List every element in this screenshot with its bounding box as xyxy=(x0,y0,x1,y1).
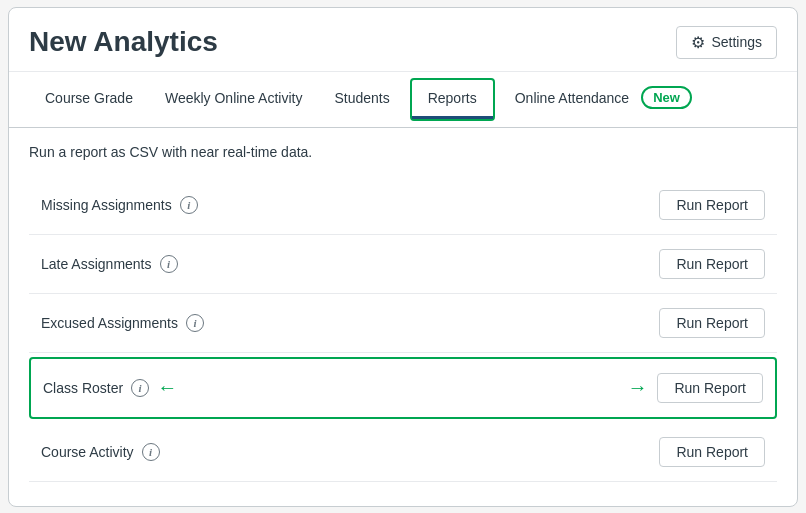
tab-reports[interactable]: Reports xyxy=(412,80,493,119)
report-row-class-roster: Class Roster i ← → Run Report xyxy=(29,357,777,419)
tab-reports-wrapper: Reports xyxy=(410,78,495,121)
run-report-excused-btn[interactable]: Run Report xyxy=(659,308,765,338)
new-badge: New xyxy=(641,86,692,109)
description: Run a report as CSV with near real-time … xyxy=(29,144,777,160)
info-icon-excused[interactable]: i xyxy=(186,314,204,332)
info-icon-course[interactable]: i xyxy=(142,443,160,461)
report-right-excused: Run Report xyxy=(659,308,765,338)
report-row-late-assignments: Late Assignments i Run Report xyxy=(29,235,777,294)
report-left-course: Course Activity i xyxy=(41,443,160,461)
missing-assignments-label: Missing Assignments xyxy=(41,197,172,213)
header: New Analytics ⚙ Settings xyxy=(9,8,797,72)
tab-online-attendance[interactable]: Online Attendance New xyxy=(499,72,708,126)
settings-label: Settings xyxy=(711,34,762,50)
report-left-missing: Missing Assignments i xyxy=(41,196,198,214)
excused-assignments-label: Excused Assignments xyxy=(41,315,178,331)
tab-students[interactable]: Students xyxy=(318,76,405,123)
tab-weekly-online-activity[interactable]: Weekly Online Activity xyxy=(149,76,318,123)
report-left-late: Late Assignments i xyxy=(41,255,178,273)
tab-course-grade[interactable]: Course Grade xyxy=(29,76,149,123)
report-right-late: Run Report xyxy=(659,249,765,279)
content-area: Run a report as CSV with near real-time … xyxy=(9,128,797,498)
report-left-excused: Excused Assignments i xyxy=(41,314,204,332)
page-title: New Analytics xyxy=(29,26,218,58)
run-report-missing-btn[interactable]: Run Report xyxy=(659,190,765,220)
tabs-bar: Course Grade Weekly Online Activity Stud… xyxy=(9,72,797,128)
tab-online-attendance-label: Online Attendance xyxy=(515,90,629,106)
report-row-course-activity: Course Activity i Run Report xyxy=(29,423,777,482)
info-icon-late[interactable]: i xyxy=(160,255,178,273)
info-icon-roster[interactable]: i xyxy=(131,379,149,397)
report-row-excused-assignments: Excused Assignments i Run Report xyxy=(29,294,777,353)
late-assignments-label: Late Assignments xyxy=(41,256,152,272)
report-row-missing-assignments: Missing Assignments i Run Report xyxy=(29,176,777,235)
settings-button[interactable]: ⚙ Settings xyxy=(676,26,777,59)
report-left-roster: Class Roster i ← xyxy=(43,376,177,399)
course-activity-label: Course Activity xyxy=(41,444,134,460)
class-roster-label: Class Roster xyxy=(43,380,123,396)
gear-icon: ⚙ xyxy=(691,33,705,52)
run-report-roster-btn[interactable]: Run Report xyxy=(657,373,763,403)
report-right-course: Run Report xyxy=(659,437,765,467)
report-right-missing: Run Report xyxy=(659,190,765,220)
info-icon-missing[interactable]: i xyxy=(180,196,198,214)
run-report-late-btn[interactable]: Run Report xyxy=(659,249,765,279)
app-container: New Analytics ⚙ Settings Course Grade We… xyxy=(8,7,798,507)
arrow-left-icon: ← xyxy=(157,376,177,399)
arrow-right-icon: → xyxy=(627,376,647,399)
run-report-course-btn[interactable]: Run Report xyxy=(659,437,765,467)
report-right-roster: → Run Report xyxy=(627,373,763,403)
